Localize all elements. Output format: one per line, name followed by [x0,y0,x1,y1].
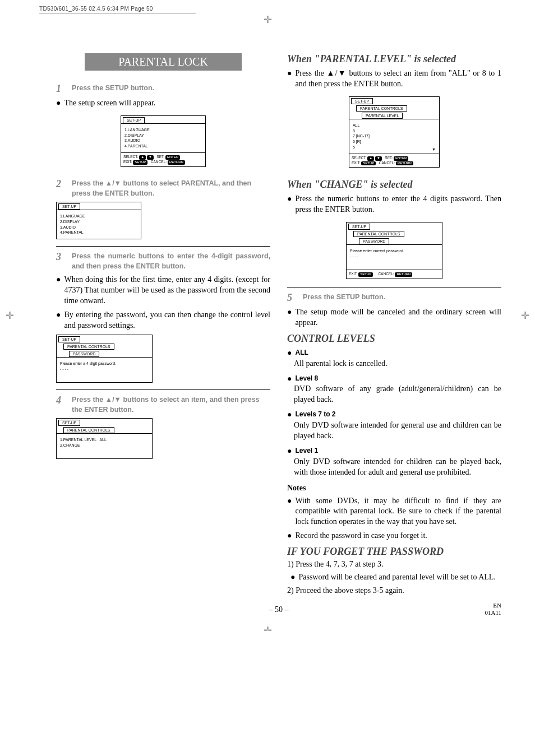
return-pill: RETURN [396,161,413,166]
up-icon: ▲ [139,155,146,160]
down-icon: ▼ [147,155,154,160]
bullet: ● [56,98,61,109]
forget-note: ● Password will be cleared and parental … [290,572,501,583]
osd-label: SET: [156,155,164,159]
subsection-heading: When "CHANGE" is selected [287,179,501,191]
osd-tab: PARENTAL CONTROLS [63,427,114,433]
step-number: 4 [56,395,65,406]
bullet: ● [287,307,292,328]
step-3: 3 Press the numeric buttons to enter the… [56,251,270,271]
osd-password-dashes: - - - - [60,367,149,372]
step-2: 2 Press the ▲/▼ buttons to select PARENT… [56,178,270,198]
osd-parental-controls: SET-UP PARENTAL CONTROLS 1.PARENTAL LEVE… [56,418,153,459]
osd-tab: SET-UP [58,420,80,426]
step-text: Press the SETUP button. [303,292,385,302]
osd-prompt: Please enter a 4-digit password. [60,361,149,367]
osd-setup-menu: SET-UP 1.LANGUAGE 2.DISPLAY 3.AUDIO 4.PA… [121,115,206,167]
osd-tab: SET-UP [348,224,370,230]
step-3-note2: ● By entering the password, you can then… [56,310,270,331]
subsection-heading: When "PARENTAL LEVEL" is selected [287,53,501,65]
note-2: ● Record the password in case you forget… [287,531,501,541]
step-3-note1: ● When doing this for the first time, en… [56,275,270,307]
crop-mark-bottom: ✛ [264,624,272,631]
step-text: Press the ▲/▼ buttons to select PARENTAL… [72,178,270,198]
bullet: ● [287,496,292,528]
osd-label: CANCEL: [151,160,167,164]
osd-item: ALL [353,123,436,128]
osd-label: EXIT: [123,160,132,164]
bullet: ● [287,68,292,90]
return-pill: RETURN [168,160,185,165]
scroll-down-icon: ▼ [432,147,436,152]
osd-value: ALL [99,438,106,442]
note-text: When doing this for the first time, ente… [64,275,270,307]
bullet: ● [56,275,61,307]
bullet: ● [290,572,295,583]
step-1-note: ● The setup screen will appear. [56,98,270,109]
down-icon: ▼ [375,156,382,161]
step-text: Press the SETUP button. [72,83,154,93]
right-column: When "PARENTAL LEVEL" is selected ● Pres… [287,53,501,595]
osd-password-dashes: - - - - [350,254,439,259]
level-description: Only DVD software intended for general u… [294,420,501,442]
two-column-layout: PARENTAL LOCK 1 Press the SETUP button. … [56,53,501,595]
note-text: Press the numeric buttons to enter the 4… [295,194,501,215]
section-title: PARENTAL LOCK [85,53,242,71]
osd-item: 7 [NC-17] [353,133,436,139]
osd-tab: SET-UP [123,117,145,123]
osd-item: 1.PARENTAL LEVEL [60,438,96,442]
crop-mark-top: ✛ [264,13,272,26]
step-4: 4 Press the ▲/▼ buttons to select an ite… [56,395,270,415]
osd-item: 2.DISPLAY [124,133,202,138]
level-description: Only DVD software intended for children … [294,457,501,478]
osd-label: EXIT: [349,272,358,276]
up-icon: ▲ [367,156,374,161]
page-footer: – 50 – EN 01A11 [56,605,501,614]
level-all: ● ALL [287,348,501,359]
document-page: TD530/601_36-55 02.4.5 6:34 PM Page 50 ✛… [0,0,535,631]
bullet: ● [287,446,292,457]
osd-item: 4.PARENTAL [124,143,202,149]
enter-pill: ENTER [394,156,408,161]
osd-item: 5 [353,145,436,150]
forget-heading: IF YOU FORGET THE PASSWORD [287,546,501,558]
level-8: ● Level 8 [287,374,501,384]
step-number: 1 [56,83,65,95]
note-text: With some DVDs, it may be difficult to f… [295,496,501,528]
osd-item: 3.AUDIO [60,225,137,230]
osd-item: 1.LANGUAGE [60,214,137,219]
parental-level-note: ● Press the ▲/▼ buttons to select an ite… [287,68,501,90]
level-1: ● Level 1 [287,446,501,457]
osd-label: SET: [385,156,393,160]
osd-tab: PARENTAL CONTROLS [353,231,404,237]
forget-step1: 1) Press the 4, 7, 3, 7 at step 3. [287,560,501,569]
step-5: 5 Press the SETUP button. [287,292,501,304]
level-description: All parental lock is cancelled. [294,359,501,369]
osd-label: SELECT: [352,156,366,160]
step-number: 5 [287,292,296,304]
step-1: 1 Press the SETUP button. [56,83,270,95]
level-7-2: ● Levels 7 to 2 [287,410,501,420]
osd-label: CANCEL: [379,161,395,165]
note-text: The setup mode will be canceled and the … [295,307,501,328]
osd-tab: SET-UP [58,336,80,342]
osd-item: 4.PARENTAL [60,230,137,235]
left-column: PARENTAL LOCK 1 Press the SETUP button. … [56,53,270,595]
osd-password-entry: SET-UP PARENTAL CONTROLS PASSWORD Please… [56,335,153,383]
control-levels-heading: CONTROL LEVELS [287,333,501,345]
note-1: ● With some DVDs, it may be difficult to… [287,496,501,528]
osd-prompt: Please enter current password. [350,248,439,254]
lang-code: EN [493,602,501,609]
crop-mark-right: ✛ [521,309,529,322]
note-text: By entering the password, you can then c… [64,310,270,331]
change-note: ● Press the numeric buttons to enter the… [287,194,501,215]
osd-parental-level-list: SET-UP PARENTAL CONTROLS PARENTAL LEVEL … [349,96,440,168]
bullet: ● [287,374,292,384]
level-label: Level 8 [295,374,318,384]
page-number: – 50 – [269,605,289,614]
forget-step2: 2) Proceed the above steps 3-5 again. [287,586,501,595]
osd-item: 1.LANGUAGE [124,127,202,133]
osd-setup-menu-selected: SET-UP 1.LANGUAGE 2.DISPLAY 3.AUDIO 4.PA… [56,202,141,239]
print-header: TD530/601_36-55 02.4.5 6:34 PM Page 50 [39,6,196,13]
osd-tab: SET-UP [351,98,373,104]
